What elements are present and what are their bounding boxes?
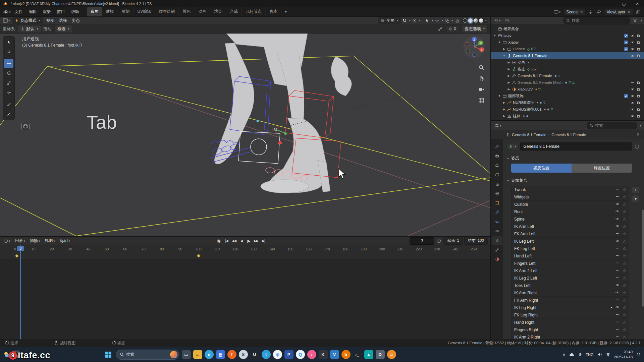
star-icon[interactable]: ☆ [623,291,626,295]
menubar-menu-2[interactable]: 渲染 [40,8,54,16]
eye-icon[interactable] [629,114,636,118]
outliner-row[interactable]: ▼Genesis 8.1 Female [491,52,644,59]
viewport-menu-0[interactable]: 视图 [44,17,57,24]
star-icon[interactable]: ☆ [623,239,626,244]
timeline-summary-row[interactable] [0,252,490,259]
outliner-display-mode-icon[interactable] [503,18,510,23]
drag-dropdown[interactable]: 框选 ▾ [54,25,72,33]
unlink-viewlayer-icon[interactable]: ✕ [628,10,631,14]
bone-collection-row[interactable]: Tweak☆ [512,186,629,193]
visibility-off-icon[interactable] [615,335,620,339]
menubar-menu-0[interactable]: 文件 [12,8,26,16]
new-viewlayer-icon[interactable] [635,9,641,15]
star-icon[interactable]: ☆ [623,305,626,310]
taskbar-app-app-dark[interactable]: K [319,350,328,359]
timeline-menu-0[interactable]: 回放 ▾ [13,238,28,244]
collection-specials-button[interactable]: ▾ [632,195,639,202]
star-icon[interactable]: ☆ [623,276,626,281]
workspace-tab-0[interactable]: 布局 [87,7,102,16]
outliner-row[interactable]: ▼Xiaojv [491,39,644,46]
outliner-options-chevron[interactable]: ▾ [640,19,642,22]
id-name-field[interactable]: Genesis 8.1 Female [520,142,632,150]
bone-collection-row[interactable]: Root☆ [512,208,629,216]
mode-selector[interactable]: 姿态模式 ▾ [12,17,43,24]
taskbar-app-app-navy[interactable]: P [284,350,293,359]
play-reverse-button[interactable]: ◀ [238,238,245,244]
star-icon[interactable]: ☆ [623,246,626,251]
rest-position-button[interactable]: 静置位置 [572,164,632,173]
star-icon[interactable]: ☆ [623,202,626,207]
minimize-button[interactable]: ─ [604,0,617,7]
timeline-tracks[interactable] [0,252,490,339]
search-highlight-thumbnail[interactable] [170,351,177,358]
expand-arrow-icon[interactable]: ▼ [497,41,502,44]
viewport-canvas[interactable]: 用户透视 (3) Genesis 8.1 Female : foot.ik.R … [0,34,490,236]
start-button[interactable] [103,350,113,360]
timeline-menu-2[interactable]: 视图 ▾ [43,238,58,244]
id-type-chip[interactable]: ▾ [506,143,519,150]
eye-icon[interactable] [629,34,636,38]
outliner-row[interactable]: ▶动画● [491,59,644,66]
shading-material-icon[interactable] [474,18,478,23]
zoom-icon[interactable] [478,64,484,71]
visibility-off-icon[interactable] [615,246,620,251]
eye-icon[interactable] [629,80,636,85]
visibility-off-icon[interactable] [615,276,620,281]
tray-network-icon[interactable] [606,353,610,357]
snap-magnet-icon[interactable] [401,18,408,23]
eye-icon[interactable] [615,305,620,310]
timeline-editor-type-icon[interactable]: ▾ [3,238,11,244]
visibility-off-icon[interactable] [615,194,620,200]
star-icon[interactable]: ☆ [623,187,626,192]
eye-icon[interactable] [629,87,636,92]
timeline-menu-3[interactable]: 标记 ▾ [57,238,72,244]
checkbox-icon[interactable] [623,94,629,98]
jump-to-start-button[interactable]: |◀ [223,238,230,244]
viewport-menu-2[interactable]: 姿态 [69,17,82,24]
properties-tab-render[interactable] [492,152,502,160]
outliner-row[interactable]: 场景集合 [491,25,644,32]
star-icon[interactable]: ☆ [623,313,626,317]
camera-icon[interactable] [636,54,642,58]
expand-arrow-icon[interactable]: ▶ [506,87,511,91]
expand-arrow-icon[interactable]: ▶ [502,101,506,104]
workspace-tab-5[interactable]: 着色 [179,7,195,16]
viewport-menu-1[interactable]: 选择 [57,17,69,24]
solo-dot-icon[interactable]: ● [610,306,612,309]
unlink-scene-icon[interactable]: ✕ [580,10,583,14]
bone-collection-row[interactable]: Fingers Left☆ [512,260,629,267]
breadcrumb-data[interactable]: Genesis 8.1 Female [551,133,586,137]
properties-search-input[interactable]: 搜索 [587,122,637,129]
eye-icon[interactable] [629,54,636,58]
outliner-search-input[interactable]: 搜索 [563,17,630,24]
taskbar-app-vscode[interactable]: V [330,350,339,359]
expand-arrow-icon[interactable]: ▼ [492,34,497,37]
tool-scale[interactable] [4,78,13,87]
outliner-row[interactable]: ▶Genesis 8.1 Female Mesh◆▽△ [491,79,644,86]
tray-mic-icon[interactable] [578,352,582,357]
show-gizmo-icon[interactable] [434,18,440,23]
frame-end-field[interactable]: 结束 100 [464,237,488,245]
tray-notification-icon[interactable] [636,352,641,357]
tool-move[interactable] [4,59,13,68]
outliner-row[interactable]: ▼iaojv [491,32,644,39]
menubar-menu-3[interactable]: 窗口 [54,8,68,16]
taskbar-app-steam[interactable]: S [239,350,248,359]
bone-collection-row[interactable]: Widgets☆ [512,193,629,201]
taskbar-app-app-teal[interactable]: ▲ [364,350,373,359]
expand-arrow-icon[interactable]: ▶ [506,74,511,77]
use-preview-range-icon[interactable] [436,238,442,244]
camera-icon[interactable] [636,114,642,118]
eye-icon[interactable] [615,202,620,207]
outliner-row[interactable]: ▶NURBS路径●◆▽ [491,99,644,106]
browse-scene-icon[interactable]: ▾ [553,9,562,15]
fake-user-shield-icon[interactable] [634,144,640,149]
eye-icon[interactable] [629,107,636,112]
properties-tab-constraints[interactable] [492,227,502,235]
taskbar-app-telegram[interactable]: t [262,350,271,359]
filter-icon[interactable] [632,18,638,23]
eye-icon[interactable] [615,283,620,288]
breadcrumb-object[interactable]: Genesis 8.1 Female [512,133,546,137]
expand-arrow-icon[interactable]: ▶ [506,61,511,64]
pose-panel-header[interactable]: ▾ 姿态 [506,154,641,163]
